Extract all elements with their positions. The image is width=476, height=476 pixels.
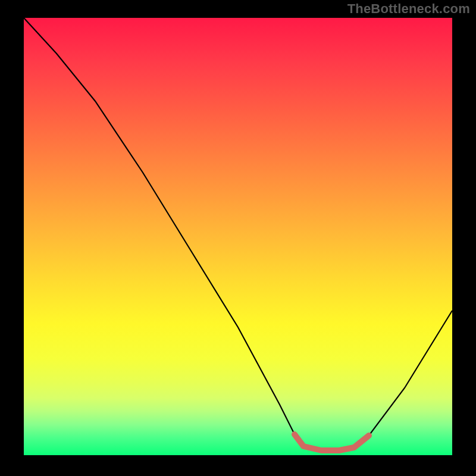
plot-area: [24, 18, 452, 455]
chart-frame: TheBottleneck.com: [0, 0, 476, 476]
watermark-text: TheBottleneck.com: [347, 1, 470, 17]
highlight-segment: [295, 434, 369, 450]
bottleneck-curve: [24, 18, 452, 450]
curve-layer: [24, 18, 452, 455]
